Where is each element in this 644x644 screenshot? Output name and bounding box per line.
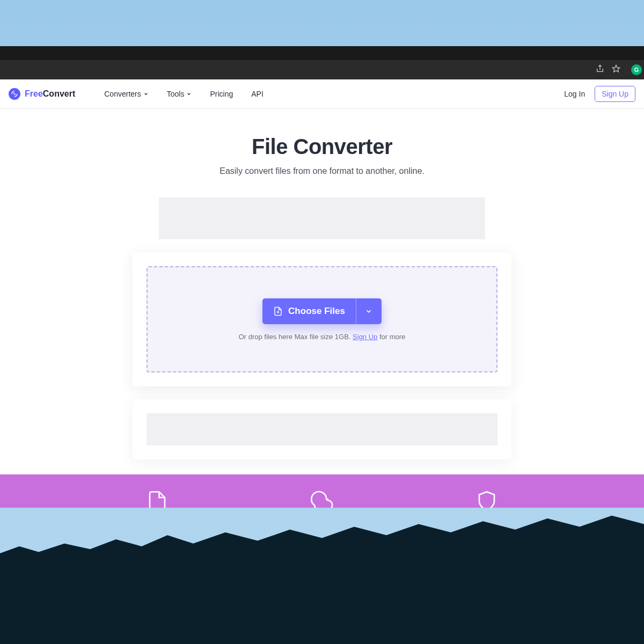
main-navbar: FreeConvert Converters Tools Pricing API… bbox=[0, 79, 644, 109]
hero-section: File Converter Easily convert files from… bbox=[0, 109, 644, 184]
nav-right: Log In Sign Up bbox=[564, 86, 635, 102]
ad-placeholder-bottom bbox=[147, 413, 497, 445]
shield-icon bbox=[475, 490, 498, 508]
file-icon bbox=[146, 490, 169, 508]
site-viewport: FreeConvert Converters Tools Pricing API… bbox=[0, 79, 644, 508]
signup-inline-link[interactable]: Sign Up bbox=[353, 333, 377, 341]
share-icon[interactable] bbox=[596, 64, 604, 75]
upload-card: Choose Files Or drop files here Max file… bbox=[133, 252, 511, 386]
nav-api[interactable]: API bbox=[251, 90, 264, 98]
ad-card-bottom bbox=[133, 399, 511, 459]
drop-prefix: Or drop files here Max file size 1GB. bbox=[239, 333, 353, 341]
bookmark-star-icon[interactable] bbox=[612, 64, 620, 75]
nav-pricing-label: Pricing bbox=[210, 90, 233, 98]
nav-links: Converters Tools Pricing API bbox=[104, 90, 264, 98]
nav-api-label: API bbox=[251, 90, 264, 98]
page-subtitle: Easily convert files from one format to … bbox=[0, 166, 644, 176]
nav-tools[interactable]: Tools bbox=[167, 90, 192, 98]
nav-converters[interactable]: Converters bbox=[104, 90, 148, 98]
chevron-down-icon bbox=[186, 91, 192, 97]
drop-suffix: for more bbox=[377, 333, 405, 341]
logo-icon bbox=[9, 88, 20, 100]
choose-files-dropdown[interactable] bbox=[356, 298, 382, 324]
drop-helper-text: Or drop files here Max file size 1GB. Si… bbox=[239, 333, 406, 341]
nav-pricing[interactable]: Pricing bbox=[210, 90, 233, 98]
svg-marker-0 bbox=[612, 65, 619, 72]
choose-files-label: Choose Files bbox=[288, 306, 345, 317]
ad-placeholder-top bbox=[159, 197, 485, 239]
file-add-icon bbox=[273, 306, 283, 316]
page-title: File Converter bbox=[0, 135, 644, 159]
nav-tools-label: Tools bbox=[167, 90, 185, 98]
features-bar bbox=[0, 474, 644, 508]
extension-badge-icon[interactable]: G bbox=[631, 64, 642, 75]
browser-toolbar: G bbox=[0, 60, 644, 79]
choose-files-button[interactable]: Choose Files bbox=[262, 298, 356, 324]
chevron-down-icon bbox=[365, 308, 372, 315]
dropzone[interactable]: Choose Files Or drop files here Max file… bbox=[147, 266, 497, 372]
brand-text: FreeConvert bbox=[25, 89, 75, 99]
brand-logo[interactable]: FreeConvert bbox=[9, 88, 75, 100]
login-link[interactable]: Log In bbox=[564, 90, 585, 98]
chevron-down-icon bbox=[143, 91, 149, 97]
choose-files-group: Choose Files bbox=[262, 298, 382, 324]
cloud-icon bbox=[311, 490, 333, 508]
nav-converters-label: Converters bbox=[104, 90, 141, 98]
signup-button[interactable]: Sign Up bbox=[595, 86, 635, 102]
